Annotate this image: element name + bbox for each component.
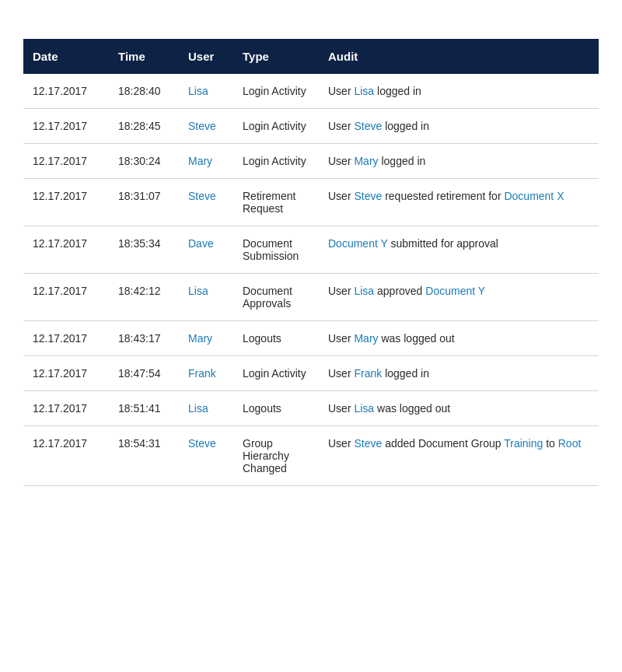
cell-time: 18:47:54 xyxy=(109,356,179,391)
col-header-user: User xyxy=(179,39,233,74)
cell-audit: User Mary was logged out xyxy=(319,321,599,356)
col-header-audit: Audit xyxy=(319,39,599,74)
col-header-date: Date xyxy=(23,39,109,74)
cell-user[interactable]: Dave xyxy=(179,226,233,274)
cell-time: 18:35:34 xyxy=(109,226,179,274)
audit-link[interactable]: Training xyxy=(504,437,543,450)
cell-audit: User Frank logged in xyxy=(319,356,599,391)
cell-audit: User Steve requested retirement for Docu… xyxy=(319,179,599,226)
user-link[interactable]: Dave xyxy=(188,237,214,250)
user-link[interactable]: Lisa xyxy=(188,402,208,415)
cell-user[interactable]: Mary xyxy=(179,321,233,356)
cell-date: 12.17.2017 xyxy=(23,179,109,226)
table-header: Date Time User Type Audit xyxy=(23,39,599,74)
table-row: 12.17.201718:43:17MaryLogoutsUser Mary w… xyxy=(23,321,599,356)
cell-audit: User Steve added Document Group Training… xyxy=(319,426,599,486)
cell-date: 12.17.2017 xyxy=(23,109,109,144)
cell-time: 18:30:24 xyxy=(109,144,179,179)
cell-audit: User Lisa approved Document Y xyxy=(319,274,599,321)
cell-user[interactable]: Lisa xyxy=(179,74,233,109)
cell-date: 12.17.2017 xyxy=(23,74,109,109)
cell-date: 12.17.2017 xyxy=(23,356,109,391)
cell-time: 18:54:31 xyxy=(109,426,179,486)
cell-user[interactable]: Lisa xyxy=(179,274,233,321)
audit-link[interactable]: Document Y xyxy=(328,237,388,250)
table-row: 12.17.201718:54:31SteveGroup Hierarchy C… xyxy=(23,426,599,486)
table-row: 12.17.201718:35:34DaveDocument Submissio… xyxy=(23,226,599,274)
cell-type: Document Approvals xyxy=(233,274,319,321)
col-header-type: Type xyxy=(233,39,319,74)
cell-time: 18:28:40 xyxy=(109,74,179,109)
cell-user[interactable]: Steve xyxy=(179,426,233,486)
table-row: 12.17.201718:42:12LisaDocument Approvals… xyxy=(23,274,599,321)
cell-time: 18:43:17 xyxy=(109,321,179,356)
cell-time: 18:42:12 xyxy=(109,274,179,321)
user-link[interactable]: Mary xyxy=(188,332,212,345)
table-body: 12.17.201718:28:40LisaLogin ActivityUser… xyxy=(23,74,599,486)
cell-user[interactable]: Steve xyxy=(179,179,233,226)
cell-user[interactable]: Steve xyxy=(179,109,233,144)
cell-date: 12.17.2017 xyxy=(23,321,109,356)
cell-type: Login Activity xyxy=(233,356,319,391)
cell-date: 12.17.2017 xyxy=(23,144,109,179)
audit-link[interactable]: Document Y xyxy=(425,285,485,297)
cell-date: 12.17.2017 xyxy=(23,391,109,426)
cell-type: Login Activity xyxy=(233,109,319,144)
table-row: 12.17.201718:31:07SteveRetirement Reques… xyxy=(23,179,599,226)
user-link[interactable]: Frank xyxy=(188,367,216,380)
cell-time: 18:28:45 xyxy=(109,109,179,144)
cell-audit: User Lisa logged in xyxy=(319,74,599,109)
audit-link[interactable]: Lisa xyxy=(354,285,374,297)
cell-audit: User Steve logged in xyxy=(319,109,599,144)
user-link[interactable]: Lisa xyxy=(188,85,208,97)
col-header-time: Time xyxy=(109,39,179,74)
audit-link[interactable]: Root xyxy=(558,437,582,450)
user-link[interactable]: Steve xyxy=(188,120,216,132)
cell-type: Login Activity xyxy=(233,74,319,109)
user-link[interactable]: Steve xyxy=(188,437,216,450)
audit-link[interactable]: Frank xyxy=(354,367,382,380)
table-row: 12.17.201718:47:54FrankLogin ActivityUse… xyxy=(23,356,599,391)
cell-audit: User Mary logged in xyxy=(319,144,599,179)
cell-type: Group Hierarchy Changed xyxy=(233,426,319,486)
cell-type: Login Activity xyxy=(233,144,319,179)
audit-link[interactable]: Steve xyxy=(354,437,382,450)
cell-type: Logouts xyxy=(233,391,319,426)
cell-date: 12.17.2017 xyxy=(23,426,109,486)
cell-user[interactable]: Mary xyxy=(179,144,233,179)
cell-user[interactable]: Frank xyxy=(179,356,233,391)
user-link[interactable]: Steve xyxy=(188,190,216,202)
cell-type: Document Submission xyxy=(233,226,319,274)
audit-table: Date Time User Type Audit 12.17.201718:2… xyxy=(23,39,599,486)
audit-link[interactable]: Document X xyxy=(504,190,564,202)
audit-link[interactable]: Mary xyxy=(354,332,378,345)
table-row: 12.17.201718:28:45SteveLogin ActivityUse… xyxy=(23,109,599,144)
cell-audit: User Lisa was logged out xyxy=(319,391,599,426)
table-row: 12.17.201718:30:24MaryLogin ActivityUser… xyxy=(23,144,599,179)
cell-type: Logouts xyxy=(233,321,319,356)
audit-link[interactable]: Steve xyxy=(354,190,382,202)
table-row: 12.17.201718:28:40LisaLogin ActivityUser… xyxy=(23,74,599,109)
audit-link[interactable]: Lisa xyxy=(354,402,374,415)
cell-date: 12.17.2017 xyxy=(23,226,109,274)
cell-date: 12.17.2017 xyxy=(23,274,109,321)
cell-time: 18:31:07 xyxy=(109,179,179,226)
user-link[interactable]: Lisa xyxy=(188,285,208,297)
audit-link[interactable]: Mary xyxy=(354,155,378,167)
audit-link[interactable]: Steve xyxy=(354,120,382,132)
cell-audit: Document Y submitted for approval xyxy=(319,226,599,274)
cell-user[interactable]: Lisa xyxy=(179,391,233,426)
table-row: 12.17.201718:51:41LisaLogoutsUser Lisa w… xyxy=(23,391,599,426)
user-link[interactable]: Mary xyxy=(188,155,212,167)
cell-time: 18:51:41 xyxy=(109,391,179,426)
cell-type: Retirement Request xyxy=(233,179,319,226)
audit-link[interactable]: Lisa xyxy=(354,85,374,97)
